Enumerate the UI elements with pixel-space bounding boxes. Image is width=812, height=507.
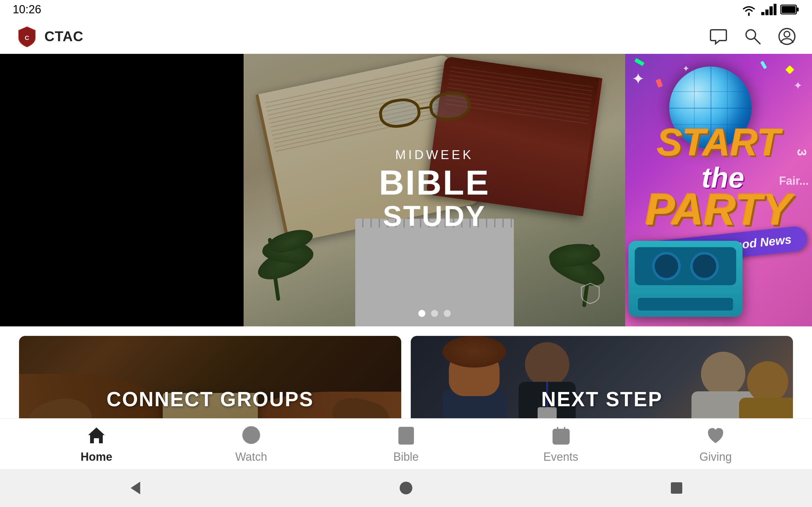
nav-events-label: Events [543,450,578,464]
ctac-logo-icon: C [16,25,38,48]
home-icon [85,424,107,447]
home-button[interactable] [395,477,417,499]
nav-item-events[interactable]: Events [529,424,593,464]
nav-giving-label: Giving [699,450,732,464]
slide-center-text: MIDWEEK BIBLE STUDY [379,148,490,233]
nav-home-label: Home [81,450,112,464]
svg-rect-24 [562,437,566,441]
slide-shield-icon [581,282,600,304]
signal-icon [761,3,776,16]
dot-3[interactable] [444,310,451,317]
slide-title2: STUDY [379,200,490,233]
svg-rect-27 [671,482,682,494]
app-bar-actions [709,27,796,46]
nav-item-watch[interactable]: Watch [219,424,283,464]
carousel-slide-3: ✦ ✦ ✦ START the PARTY Celebrate the Good… [625,54,812,326]
dot-2[interactable] [431,310,438,317]
svg-rect-3 [774,4,776,15]
events-icon [550,424,572,447]
svg-rect-19 [553,429,569,444]
carousel-slide-1 [0,54,244,326]
nav-item-home[interactable]: Home [65,424,128,464]
status-bar: 10:26 [0,0,812,19]
app-logo-area: C CTAC [16,25,84,48]
boombox [628,241,743,317]
carousel-dots [244,310,625,317]
chat-icon[interactable] [709,27,728,46]
app-title: CTAC [44,29,84,44]
svg-rect-6 [781,6,796,13]
nav-item-giving[interactable]: Giving [684,424,747,464]
wifi-icon [741,3,757,16]
svg-rect-23 [556,437,560,441]
back-button[interactable] [124,477,147,499]
svg-rect-0 [761,12,764,15]
svg-text:C: C [25,34,29,41]
bottom-nav: Home Watch Bible [0,418,812,469]
svg-marker-25 [131,482,140,494]
profile-icon[interactable] [778,27,796,46]
slide-title: BIBLE [379,165,490,200]
nav-watch-label: Watch [235,450,267,464]
app-bar: C CTAC [0,19,812,54]
status-icons [741,3,799,16]
carousel-slide-2: MIDWEEK BIBLE STUDY [244,54,625,326]
system-bar [0,469,812,507]
svg-rect-1 [765,9,768,15]
svg-rect-5 [797,8,799,11]
svg-line-9 [754,38,760,44]
party-party-text: PARTY [646,184,792,235]
status-time: 10:26 [13,3,41,16]
party-start-text: START [657,120,780,164]
carousel: MIDWEEK BIBLE STUDY [0,54,812,326]
nav-bible-label: Bible [393,450,419,464]
giving-icon [705,424,727,447]
svg-point-26 [400,482,412,494]
play-circle-icon [240,424,262,447]
next-step-label: NEXT STEP [541,388,663,411]
connect-groups-label: CONNECT GROUPS [107,388,314,411]
recent-button[interactable] [665,477,688,499]
slide-subtitle: MIDWEEK [379,148,490,162]
bible-icon [395,424,417,447]
dot-1[interactable] [418,310,425,317]
svg-rect-2 [769,6,773,15]
svg-point-11 [784,32,790,37]
nav-item-bible[interactable]: Bible [374,424,438,464]
battery-icon [780,4,799,15]
search-icon[interactable] [744,27,762,46]
